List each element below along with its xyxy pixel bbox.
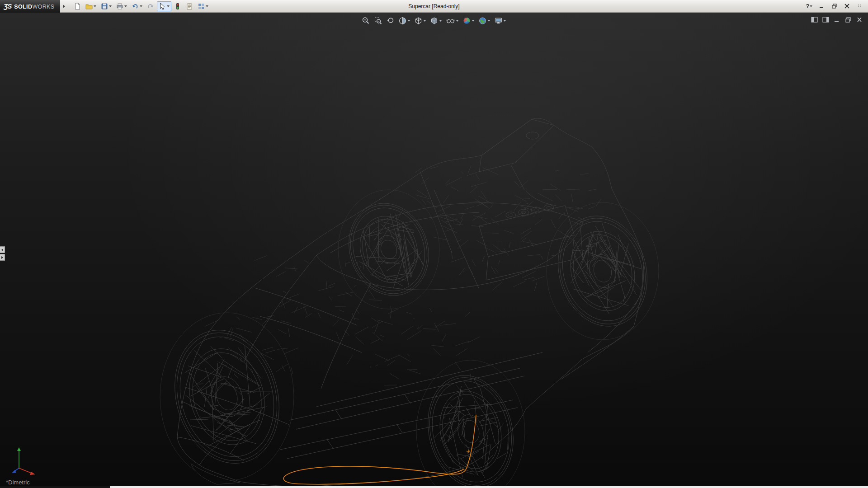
open-dropdown[interactable] [94, 5, 96, 7]
previous-view-button[interactable] [385, 15, 396, 26]
main-toolbar [72, 1, 210, 11]
save-dropdown[interactable] [109, 5, 112, 7]
selected-edge-highlight [283, 415, 476, 484]
apply-scene-dropdown[interactable] [488, 20, 491, 22]
undo-button[interactable] [130, 1, 144, 11]
apply-scene-icon [479, 17, 487, 25]
application-window: *Dimetric ƷS SOLIDWORKS [0, 0, 868, 488]
restore-icon [832, 4, 837, 9]
zoom-to-fit-button[interactable] [361, 15, 372, 26]
options-button[interactable] [196, 1, 210, 11]
redo-button[interactable] [145, 1, 156, 11]
document-window-controls [810, 16, 863, 23]
pane-right-icon [822, 17, 829, 23]
grip-dots-icon [858, 4, 862, 9]
hide-show-items-dropdown[interactable] [456, 20, 459, 22]
select-dropdown[interactable] [167, 5, 170, 7]
select-cursor-icon [159, 3, 166, 10]
status-bar-dark-segment [0, 486, 110, 488]
panel-collapse-button[interactable] [0, 246, 5, 253]
view-settings-dropdown[interactable] [504, 20, 506, 22]
wireframe-car-model [0, 0, 868, 488]
hide-show-items-button[interactable] [445, 15, 460, 26]
zoom-to-area-button[interactable] [373, 15, 384, 26]
menu-expand-button[interactable] [61, 2, 67, 10]
hide-show-items-icon [446, 17, 455, 25]
graphics-area[interactable]: *Dimetric [0, 13, 868, 488]
edit-appearance-button[interactable] [462, 15, 476, 26]
chevron-left-icon [1, 249, 3, 251]
feature-manager-flyout [0, 246, 5, 261]
rebuild-icon [174, 3, 181, 10]
title-bar: ƷS SOLIDWORKS [0, 0, 868, 13]
options-dropdown[interactable] [206, 5, 208, 7]
solidworks-logo-mark: ƷS [4, 2, 11, 10]
doc-restore-button[interactable] [844, 16, 852, 23]
viewport-vignette [0, 13, 868, 488]
view-orientation-label: *Dimetric [6, 479, 30, 486]
help-icon: ? [806, 3, 810, 9]
doc-close-button[interactable] [855, 16, 863, 23]
zoom-to-area-icon [374, 17, 382, 25]
redo-arrow-icon [147, 3, 154, 10]
previous-view-icon [387, 17, 395, 25]
edit-appearance-icon [463, 17, 471, 25]
view-orientation-dropdown[interactable] [424, 20, 426, 22]
new-document-icon [74, 3, 81, 10]
view-orientation-icon [415, 17, 423, 25]
brand-text-bold: SOLID [14, 4, 32, 10]
status-bar-strip [0, 486, 868, 488]
panel-expand-button[interactable] [0, 254, 5, 261]
reference-triad [8, 445, 43, 477]
chevron-right-icon [1, 256, 3, 259]
view-orientation-button[interactable] [413, 15, 428, 26]
section-view-dropdown[interactable] [408, 20, 410, 22]
window-controls: ? [804, 2, 868, 11]
display-style-dropdown[interactable] [439, 20, 442, 22]
new-document-button[interactable] [72, 1, 83, 11]
section-view-icon [399, 17, 407, 25]
edit-appearance-dropdown[interactable] [472, 20, 475, 22]
pane-left-icon [811, 17, 818, 23]
view-settings-icon [495, 17, 503, 25]
display-style-button[interactable] [429, 15, 443, 26]
display-style-icon [430, 17, 439, 25]
options-grid-icon [198, 3, 205, 10]
close-window-button[interactable] [842, 2, 853, 11]
open-folder-icon [85, 3, 93, 10]
save-disk-icon [101, 3, 108, 10]
file-properties-button[interactable] [184, 1, 195, 11]
file-properties-icon [186, 3, 193, 10]
help-button[interactable]: ? [804, 2, 815, 11]
select-button[interactable] [157, 1, 171, 11]
help-dropdown[interactable] [810, 5, 812, 7]
minimize-icon [819, 4, 825, 9]
open-button[interactable] [84, 1, 98, 11]
close-icon [844, 4, 850, 9]
restore-icon [845, 17, 851, 23]
doc-minimize-button[interactable] [833, 16, 841, 23]
apply-scene-button[interactable] [477, 15, 492, 26]
minimize-window-button[interactable] [816, 2, 827, 11]
pane-right-button[interactable] [821, 16, 830, 23]
view-settings-button[interactable] [493, 15, 508, 26]
solidworks-logo: ƷS SOLIDWORKS [0, 0, 60, 13]
printer-icon [116, 3, 123, 10]
undo-dropdown[interactable] [140, 5, 142, 7]
zoom-to-fit-icon [362, 17, 370, 25]
chevron-right-icon [63, 5, 65, 8]
pane-left-button[interactable] [810, 16, 818, 23]
heads-up-view-toolbar [361, 15, 508, 26]
print-button[interactable] [114, 1, 129, 11]
restore-window-button[interactable] [829, 2, 840, 11]
close-icon [856, 17, 863, 23]
section-view-button[interactable] [397, 15, 412, 26]
save-button[interactable] [99, 1, 113, 11]
minimize-icon [834, 17, 840, 23]
print-dropdown[interactable] [124, 5, 127, 7]
rebuild-button[interactable] [172, 1, 183, 11]
undo-arrow-icon [132, 3, 139, 10]
corner-grip [854, 2, 865, 11]
brand-text-light: WORKS [32, 4, 54, 10]
